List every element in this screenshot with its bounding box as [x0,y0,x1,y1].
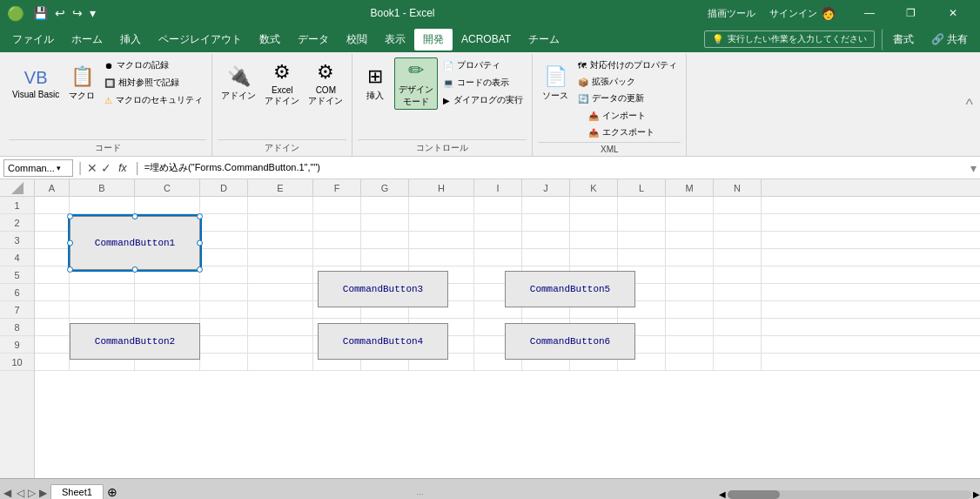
row-header-10[interactable]: 10 [0,354,34,371]
col-header-b[interactable]: B [70,179,135,197]
cell-i4[interactable] [474,249,522,266]
col-header-i[interactable]: I [474,179,522,197]
cell-i1[interactable] [474,197,522,214]
resize-handle-br[interactable] [197,266,203,273]
help-search[interactable]: 💡 実行したい作業を入力してください [704,30,875,48]
cell-i2[interactable] [474,214,522,232]
cell-j2[interactable] [522,214,570,232]
menu-team[interactable]: チーム [520,29,568,51]
refresh-data-button[interactable]: 🔄 データの更新 [574,91,681,106]
cell-n2[interactable] [714,214,762,232]
cell-a5[interactable] [35,266,70,284]
col-header-g[interactable]: G [361,179,409,197]
cell-n10[interactable] [714,354,762,371]
resize-handle-mr[interactable] [197,240,203,246]
macro-security-button[interactable]: ⚠ マクロのセキュリティ [101,92,206,108]
menu-home[interactable]: ホーム [63,29,111,51]
grid-body[interactable]: CommandButton1 CommandButton2 CommandBut… [35,197,980,478]
save-icon[interactable]: 💾 [31,4,50,22]
col-header-f[interactable]: F [313,179,361,197]
col-header-k[interactable]: K [570,179,618,197]
menu-file[interactable]: ファイル [3,29,63,51]
cell-m5[interactable] [666,266,714,284]
command-button-4[interactable]: CommandButton4 [318,323,448,360]
menu-insert[interactable]: 挿入 [111,29,150,51]
qa-dropdown-icon[interactable]: ▾ [88,4,97,22]
menu-developer[interactable]: 開発 [414,29,453,51]
cell-a1[interactable] [35,197,70,214]
scrollbar-thumb[interactable] [728,490,780,499]
cell-e7[interactable] [248,301,313,319]
cell-m8[interactable] [666,319,714,336]
cell-d3[interactable] [200,232,248,249]
cell-g1[interactable] [361,197,409,214]
map-props-button[interactable]: 🗺 対応付けのプロパティ [574,57,681,73]
cell-d6[interactable] [200,284,248,301]
cell-d10[interactable] [200,354,248,371]
menu-view[interactable]: 表示 [376,29,414,51]
undo-icon[interactable]: ↩ [53,4,67,22]
row-header-4[interactable]: 4 [0,249,34,266]
cell-a6[interactable] [35,284,70,301]
row-header-6[interactable]: 6 [0,284,34,301]
cell-m4[interactable] [666,249,714,266]
menu-review[interactable]: 校閲 [338,29,376,51]
cell-i3[interactable] [474,232,522,249]
cell-d2[interactable] [200,214,248,232]
tab-prev2-icon[interactable]: ◁ [17,487,24,499]
import-button[interactable]: 📥 インポート [585,108,681,124]
ribbon-collapse-button[interactable]: ^ [966,54,977,156]
source-button[interactable]: 📄 ソース [538,57,573,110]
cell-f4[interactable] [313,249,361,266]
cell-e9[interactable] [248,336,313,354]
cell-g3[interactable] [361,232,409,249]
expansion-pack-button[interactable]: 📦 拡張パック [574,74,681,90]
cell-l1[interactable] [618,197,666,214]
resize-handle-tc[interactable] [132,213,138,219]
cell-n4[interactable] [714,249,762,266]
cell-n1[interactable] [714,197,762,214]
cell-a8[interactable] [35,319,70,336]
cell-l2[interactable] [618,214,666,232]
close-button[interactable]: ✕ [933,0,973,26]
cell-d7[interactable] [200,301,248,319]
cell-b1[interactable] [70,197,135,214]
cell-a7[interactable] [35,301,70,319]
cell-f2[interactable] [313,214,361,232]
cell-k3[interactable] [570,232,618,249]
cell-g4[interactable] [361,249,409,266]
cell-n8[interactable] [714,319,762,336]
cell-f3[interactable] [313,232,361,249]
name-box-dropdown-icon[interactable]: ▾ [57,164,61,172]
cell-h4[interactable] [409,249,474,266]
view-code-button[interactable]: 💻 コードの表示 [440,75,527,91]
command-button-1[interactable]: CommandButton1 [70,216,200,270]
insert-control-button[interactable]: ⊞ 挿入 [358,57,393,110]
cell-m10[interactable] [666,354,714,371]
cell-d4[interactable] [200,249,248,266]
cell-m3[interactable] [666,232,714,249]
cell-c1[interactable] [135,197,200,214]
tab-prev-icon[interactable]: ◀ [3,487,11,499]
cell-e8[interactable] [248,319,313,336]
cell-j3[interactable] [522,232,570,249]
macro-button[interactable]: 📋 マクロ [64,57,99,110]
cell-m7[interactable] [666,301,714,319]
cell-a3[interactable] [35,232,70,249]
restore-button[interactable]: ❐ [891,0,931,26]
properties-button[interactable]: 📄 プロパティ [440,57,527,73]
col-header-e[interactable]: E [248,179,313,197]
corner-cell[interactable] [0,179,35,196]
cell-b7[interactable] [70,301,135,319]
row-header-3[interactable]: 3 [0,232,34,249]
cell-d9[interactable] [200,336,248,354]
formula-expand-icon[interactable]: ▾ [970,161,977,175]
redo-icon[interactable]: ↪ [70,4,84,22]
row-header-5[interactable]: 5 [0,266,34,284]
col-header-c[interactable]: C [135,179,200,197]
menu-acrobat[interactable]: ACROBAT [453,30,520,49]
cell-m9[interactable] [666,336,714,354]
command-button-3[interactable]: CommandButton3 [318,271,448,307]
cell-e6[interactable] [248,284,313,301]
formula-input[interactable]: =埋め込み("Forms.CommandButton.1","") [144,161,967,174]
